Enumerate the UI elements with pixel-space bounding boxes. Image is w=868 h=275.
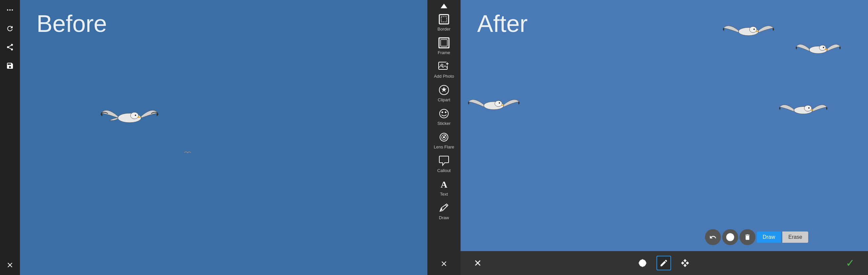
draw-label: Draw <box>439 215 449 220</box>
svg-point-0 <box>7 9 8 11</box>
bottom-confirm-button[interactable]: ✓ <box>846 257 855 269</box>
close-button[interactable] <box>4 259 16 271</box>
sidebar-item-clipart[interactable]: Clipart <box>429 81 459 105</box>
delete-drawing-button[interactable] <box>740 229 755 245</box>
bird-before <box>100 96 159 138</box>
svg-point-35 <box>808 107 810 109</box>
svg-line-23 <box>445 205 447 207</box>
scroll-up-button[interactable] <box>438 3 450 9</box>
svg-rect-7 <box>441 17 446 22</box>
after-label: After <box>477 10 528 37</box>
svg-point-1 <box>9 9 11 11</box>
svg-point-32 <box>499 102 500 103</box>
pen-tool-button[interactable] <box>656 256 671 270</box>
lens-flare-label: Lens Flare <box>434 145 454 149</box>
draw-toolbar: Draw Erase <box>705 229 808 245</box>
share-icon[interactable] <box>4 41 16 53</box>
move-tool-button[interactable] <box>678 256 692 270</box>
sticker-label: Sticker <box>437 121 451 126</box>
after-panel: After <box>461 0 868 275</box>
svg-point-37 <box>641 262 644 265</box>
sidebar-item-lens-flare[interactable]: Lens Flare <box>429 128 459 152</box>
refresh-icon[interactable] <box>4 23 16 34</box>
svg-point-2 <box>11 9 13 11</box>
svg-point-25 <box>749 27 757 33</box>
sidebar-item-draw[interactable]: Draw <box>429 199 459 223</box>
sidebar-item-callout[interactable]: Callout <box>429 152 459 176</box>
svg-point-29 <box>823 47 824 48</box>
save-icon[interactable] <box>4 60 16 72</box>
main-content: Before <box>20 0 868 275</box>
small-bird-before <box>183 149 193 157</box>
svg-point-16 <box>442 112 443 113</box>
border-label: Border <box>437 27 450 32</box>
svg-point-17 <box>445 112 446 113</box>
svg-point-15 <box>440 109 448 118</box>
bird-2 <box>795 33 841 64</box>
callout-label: Callout <box>437 168 451 173</box>
svg-point-4 <box>130 112 138 119</box>
sidebar-item-border[interactable]: Border <box>429 11 459 34</box>
svg-rect-9 <box>441 39 447 46</box>
before-label: Before <box>36 10 107 37</box>
svg-rect-6 <box>439 14 448 24</box>
text-label: Text <box>440 192 448 196</box>
bottom-toolbar: ✕ <box>461 251 868 275</box>
before-panel: Before <box>20 0 427 275</box>
dots-icon[interactable] <box>4 4 16 16</box>
sidebar-item-frame[interactable]: Frame <box>429 34 459 58</box>
draw-tab-button[interactable]: Draw <box>757 232 781 243</box>
svg-point-34 <box>804 105 811 111</box>
bird-1 <box>722 13 775 48</box>
svg-point-31 <box>495 101 502 106</box>
bottom-center-tools <box>635 256 692 270</box>
svg-point-26 <box>753 29 755 30</box>
erase-tab-button[interactable]: Erase <box>782 232 808 243</box>
clipart-label: Clipart <box>438 97 450 102</box>
bird-3 <box>467 86 520 121</box>
bottom-close-button[interactable]: ✕ <box>474 258 482 269</box>
undo-button[interactable] <box>705 229 721 245</box>
svg-point-5 <box>135 115 136 116</box>
svg-point-20 <box>443 136 445 138</box>
mid-toolbar-close-button[interactable] <box>438 258 450 270</box>
sidebar-item-sticker[interactable]: Sticker <box>429 105 459 128</box>
target-tool-button[interactable] <box>635 256 650 270</box>
sidebar-item-add-photo[interactable]: Add Photo <box>429 58 459 81</box>
bird-4 <box>778 93 828 126</box>
left-sidebar <box>0 0 20 275</box>
svg-text:A: A <box>441 179 447 190</box>
frame-label: Frame <box>438 50 450 55</box>
sidebar-item-text[interactable]: A Text <box>429 176 459 199</box>
mid-toolbar: Border Frame Add Photo <box>427 0 461 275</box>
brush-size-button[interactable] <box>722 229 738 245</box>
add-photo-label: Add Photo <box>434 74 454 79</box>
svg-point-28 <box>819 45 826 51</box>
